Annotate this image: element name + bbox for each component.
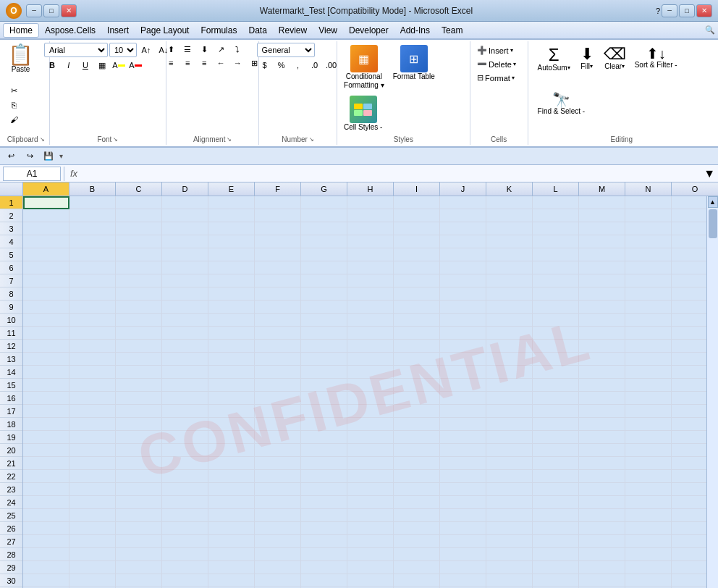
row-number-2[interactable]: 2 (0, 209, 22, 222)
cell-F15[interactable] (255, 379, 301, 392)
cell-O22[interactable] (672, 470, 706, 483)
cell-M27[interactable] (579, 535, 625, 548)
cell-L22[interactable] (533, 470, 579, 483)
cell-B4[interactable] (69, 235, 116, 248)
cell-M19[interactable] (579, 431, 625, 444)
cell-I6[interactable] (394, 261, 440, 274)
cell-N10[interactable] (625, 314, 672, 327)
cell-I5[interactable] (394, 248, 440, 261)
cell-B11[interactable] (69, 327, 116, 340)
cell-E15[interactable] (208, 379, 255, 392)
cell-L4[interactable] (533, 235, 579, 248)
cell-M20[interactable] (579, 444, 625, 457)
cell-B10[interactable] (69, 314, 116, 327)
cell-K2[interactable] (486, 209, 533, 222)
cell-D11[interactable] (162, 327, 208, 340)
cell-B28[interactable] (69, 548, 116, 561)
app-minimize-button[interactable]: ─ (662, 4, 677, 17)
cell-N18[interactable] (625, 418, 672, 431)
row-number-13[interactable]: 13 (0, 353, 22, 366)
cell-F20[interactable] (255, 444, 301, 457)
accounting-button[interactable]: $ (257, 59, 273, 72)
cell-N28[interactable] (625, 548, 672, 561)
cell-L12[interactable] (533, 340, 579, 353)
cell-M30[interactable] (579, 574, 625, 587)
col-header-E[interactable]: E (208, 182, 255, 196)
cell-F2[interactable] (255, 209, 301, 222)
menu-developer[interactable]: Developer (343, 23, 394, 38)
cell-L10[interactable] (533, 314, 579, 327)
cell-I4[interactable] (394, 235, 440, 248)
row-number-26[interactable]: 26 (0, 522, 22, 535)
copy-button[interactable]: ⎘ (6, 98, 22, 112)
row-number-7[interactable]: 7 (0, 274, 22, 287)
cell-N4[interactable] (625, 235, 672, 248)
cell-K13[interactable] (486, 353, 533, 366)
minimize-button[interactable]: ─ (26, 4, 42, 17)
cell-M28[interactable] (579, 548, 625, 561)
cell-N11[interactable] (625, 327, 672, 340)
cell-J11[interactable] (440, 327, 486, 340)
cell-D30[interactable] (162, 574, 208, 587)
cell-E11[interactable] (208, 327, 255, 340)
cell-H27[interactable] (347, 535, 394, 548)
cell-N27[interactable] (625, 535, 672, 548)
cell-C17[interactable] (116, 405, 162, 418)
cell-J20[interactable] (440, 444, 486, 457)
cell-K5[interactable] (486, 248, 533, 261)
cell-D4[interactable] (162, 235, 208, 248)
cell-G23[interactable] (301, 483, 347, 496)
menu-home[interactable]: Home (3, 23, 39, 38)
cell-C8[interactable] (116, 287, 162, 301)
cell-D6[interactable] (162, 261, 208, 274)
cell-I2[interactable] (394, 209, 440, 222)
cell-O21[interactable] (672, 457, 706, 470)
cell-F16[interactable] (255, 392, 301, 405)
cell-N3[interactable] (625, 222, 672, 235)
cell-I30[interactable] (394, 574, 440, 587)
cell-H2[interactable] (347, 209, 394, 222)
cell-A13[interactable] (23, 353, 69, 366)
cell-D1[interactable] (162, 196, 208, 209)
cell-K4[interactable] (486, 235, 533, 248)
cell-B26[interactable] (69, 522, 116, 535)
menu-insert[interactable]: Insert (101, 23, 135, 38)
cell-F7[interactable] (255, 274, 301, 287)
cell-O29[interactable] (672, 561, 706, 574)
menu-page-layout[interactable]: Page Layout (135, 23, 195, 38)
cell-J4[interactable] (440, 235, 486, 248)
cell-O3[interactable] (672, 222, 706, 235)
cell-F9[interactable] (255, 301, 301, 314)
cell-J7[interactable] (440, 274, 486, 287)
cell-B6[interactable] (69, 261, 116, 274)
align-top-button[interactable]: ⬆ (163, 43, 179, 56)
col-header-A[interactable]: A (23, 182, 69, 196)
cell-O30[interactable] (672, 574, 706, 587)
cell-N17[interactable] (625, 405, 672, 418)
cell-D20[interactable] (162, 444, 208, 457)
cell-L17[interactable] (533, 405, 579, 418)
cell-N12[interactable] (625, 340, 672, 353)
cell-K18[interactable] (486, 418, 533, 431)
cell-F3[interactable] (255, 222, 301, 235)
sort-filter-button[interactable]: ⬆↓ Sort & Filter - (631, 44, 681, 71)
cell-L24[interactable] (533, 496, 579, 509)
row-number-25[interactable]: 25 (0, 509, 22, 522)
alignment-dialog-launcher[interactable]: ↘ (227, 136, 232, 143)
format-cells-button[interactable]: ⊟ Format ▾ (473, 72, 524, 84)
cell-J1[interactable] (440, 196, 486, 209)
format-table-button[interactable]: ⊞ Format Table (389, 43, 439, 83)
cell-C24[interactable] (116, 496, 162, 509)
cell-I19[interactable] (394, 431, 440, 444)
cell-B7[interactable] (69, 274, 116, 287)
cell-F30[interactable] (255, 574, 301, 587)
cell-F23[interactable] (255, 483, 301, 496)
cell-A21[interactable] (23, 457, 69, 470)
cell-G13[interactable] (301, 353, 347, 366)
scroll-up-button[interactable]: ▲ (708, 196, 718, 208)
cell-G7[interactable] (301, 274, 347, 287)
cell-J8[interactable] (440, 287, 486, 301)
cell-J29[interactable] (440, 561, 486, 574)
cell-N25[interactable] (625, 509, 672, 522)
cell-N26[interactable] (625, 522, 672, 535)
